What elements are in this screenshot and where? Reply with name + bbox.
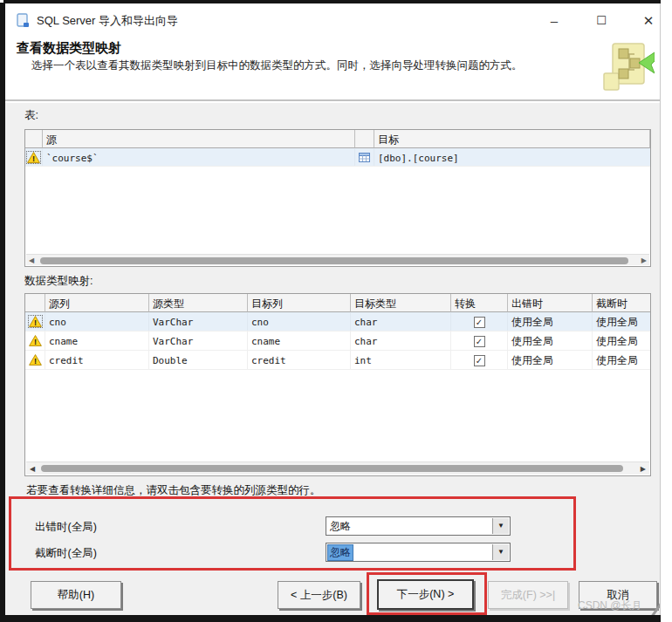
svg-text:!: ! [32,154,35,163]
scrollbar-thumb[interactable] [41,465,623,472]
scroll-left-icon[interactable]: ◀ [30,464,35,474]
mapping-col-convert[interactable]: 转换 [451,294,508,312]
svg-text:!: ! [33,357,36,366]
mapping-row[interactable]: ! credit Double credit int ✓ 使用全局 使用全局 [25,351,651,370]
scroll-left-icon[interactable]: ◀ [29,256,34,265]
scrollbar-thumb[interactable] [40,257,628,264]
mapping-col-icon [25,294,45,312]
cell-dest-col: cno [248,312,351,331]
finish-button: 完成(F) >>| [488,581,568,609]
wizard-body: 表: 源 目标 ! `course$` [5,103,660,615]
convert-checkbox[interactable]: ✓ [474,317,485,328]
watermark: CSDN @长月 [578,598,642,613]
double-click-note: 若要查看转换详细信息，请双击包含要转换的列源类型的行。 [26,483,321,498]
tables-col-source[interactable]: 源 [43,130,355,148]
cell-on-truncation: 使用全局 [593,351,651,369]
window-frame-edge [2,615,661,622]
cell-source-type: Double [149,351,248,369]
mapping-col-source-col[interactable]: 源列 [45,294,149,312]
next-button[interactable]: 下一步(N) > [377,579,474,610]
page-description: 选择一个表以查看其数据类型映射到目标中的数据类型的方式。同时，选择向导处理转换问… [31,58,573,73]
warning-icon: ! [29,316,42,327]
tables-grid-header: 源 目标 [25,130,650,148]
mapping-col-on-error[interactable]: 出错时 [508,294,593,312]
back-button[interactable]: < 上一步(B) [278,581,360,609]
source-table-name: `course$` [43,148,355,166]
tables-col-icon [25,130,43,148]
tables-grid[interactable]: 源 目标 ! `course$` [dbo].[course] [24,129,651,267]
close-button[interactable]: ✕ [635,10,661,31]
page-title: 查看数据类型映射 [17,40,121,57]
cell-dest-col: credit [248,351,351,369]
help-button[interactable]: 帮助(H) [31,581,121,609]
warning-icon: ! [29,335,42,346]
table-icon [359,153,370,162]
cell-on-truncation: 使用全局 [593,332,651,350]
mapping-grid[interactable]: 源列 源类型 目标列 目标类型 转换 出错时 截断时 ! [24,293,651,476]
cell-dest-type: char [351,332,451,350]
cell-dest-col: cname [248,332,351,350]
svg-text:!: ! [33,318,36,327]
dropdown-arrow-icon[interactable]: ▼ [492,544,509,560]
cell-source-type: VarChar [149,312,248,331]
tables-label: 表: [24,108,38,123]
on-truncation-global-dropdown[interactable]: 忽略 ▼ [326,543,511,562]
cell-source-col: credit [45,351,149,369]
cell-on-truncation: 使用全局 [593,312,651,331]
tables-col-target-icon [355,130,374,148]
wizard-header: 查看数据类型映射 选择一个表以查看其数据类型映射到目标中的数据类型的方式。同时，… [5,37,660,101]
mapping-col-source-type[interactable]: 源类型 [149,294,248,312]
on-truncation-global-label: 截断时(全局) [35,546,97,561]
convert-checkbox[interactable]: ✓ [474,355,485,366]
mapping-label: 数据类型映射: [24,274,93,289]
target-table-name: [dbo].[course] [374,148,650,166]
warning-icon: ! [29,354,42,366]
tables-col-target[interactable]: 目标 [374,130,650,148]
mapping-col-dest-type[interactable]: 目标类型 [351,294,451,312]
cell-on-error: 使用全局 [508,332,593,350]
cell-on-error: 使用全局 [508,312,593,331]
mapping-col-dest-col[interactable]: 目标列 [248,294,351,312]
svg-text:!: ! [33,338,36,346]
cell-source-type: VarChar [149,332,248,350]
on-truncation-global-value: 忽略 [328,545,353,560]
tables-grid-hscrollbar[interactable]: ◀ ▶ [26,254,649,265]
mapping-col-on-truncation[interactable]: 截断时 [593,294,651,312]
minimize-button[interactable]: – [541,10,567,31]
scroll-right-icon[interactable]: ▶ [641,464,646,474]
wizard-window: SQL Server 导入和导出向导 – ☐ ✕ 查看数据类型映射 选择一个表以… [5,3,661,615]
mapping-grid-header: 源列 源类型 目标列 目标类型 转换 出错时 截断时 [25,294,651,312]
maximize-button[interactable]: ☐ [588,10,614,31]
mapping-row[interactable]: ! cno VarChar cno char ✓ 使用全局 使用全局 [25,312,651,332]
screenshot-stage: SQL Server 导入和导出向导 – ☐ ✕ 查看数据类型映射 选择一个表以… [0,0,672,622]
wizard-graphic-icon [600,42,655,96]
cell-on-error: 使用全局 [508,351,593,369]
title-bar: SQL Server 导入和导出向导 – ☐ ✕ [5,3,660,37]
cell-dest-type: int [351,351,451,369]
table-row[interactable]: ! `course$` [dbo].[course] [25,148,650,167]
app-icon [17,13,30,28]
cell-dest-type: char [351,312,451,331]
scroll-right-icon[interactable]: ▶ [641,256,647,265]
window-title: SQL Server 导入和导出向导 [37,13,178,29]
mapping-grid-hscrollbar[interactable]: ◀ ▶ [26,461,649,475]
on-error-global-value: 忽略 [328,519,353,534]
cell-source-col: cname [45,332,149,350]
mapping-row[interactable]: ! cname VarChar cname char ✓ 使用全局 使用全局 [25,332,651,351]
warning-icon: ! [27,152,40,163]
convert-checkbox[interactable]: ✓ [474,336,485,347]
on-error-global-dropdown[interactable]: 忽略 ▼ [326,516,511,536]
dropdown-arrow-icon[interactable]: ▼ [492,518,509,534]
on-error-global-label: 出错时(全局) [35,520,97,535]
cell-source-col: cno [45,312,149,331]
